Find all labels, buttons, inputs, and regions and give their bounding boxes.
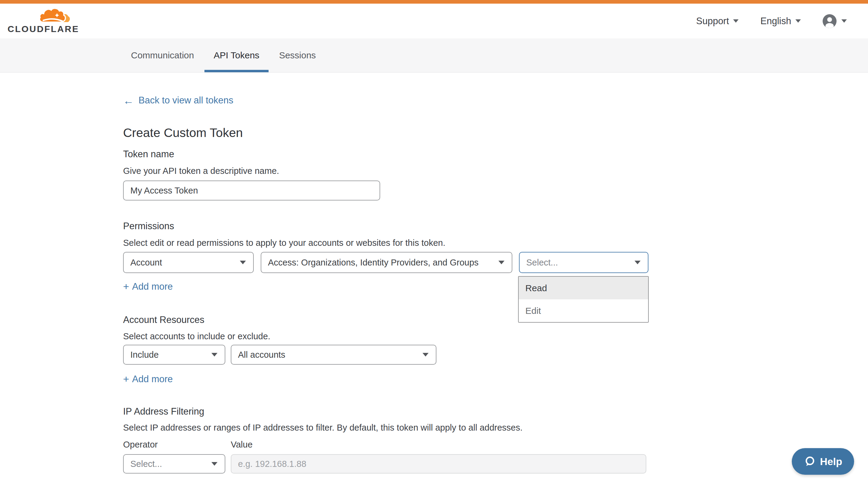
permission-level-placeholder: Select...: [526, 258, 558, 268]
tab-sessions[interactable]: Sessions: [270, 38, 325, 72]
token-name-input[interactable]: [123, 181, 380, 200]
menu-option-edit[interactable]: Edit: [519, 299, 648, 322]
back-to-tokens-link[interactable]: ← Back to view all tokens: [123, 95, 234, 106]
plus-icon: +: [123, 281, 129, 292]
chevron-down-icon: [733, 19, 739, 23]
menu-option-read[interactable]: Read: [519, 277, 648, 299]
account-menu[interactable]: [823, 14, 847, 28]
cloudflare-cloud-icon: [38, 7, 70, 23]
support-menu-label: Support: [696, 16, 729, 27]
permissions-description: Select edit or read permissions to apply…: [123, 238, 445, 248]
cloudflare-logo[interactable]: CLOUDFLARE: [7, 7, 72, 34]
permission-group-select[interactable]: Account: [123, 252, 254, 273]
help-button-label: Help: [820, 456, 842, 468]
support-menu[interactable]: Support: [696, 16, 739, 27]
permission-level-menu: Read Edit: [518, 276, 649, 323]
chat-bubble-icon: [804, 455, 816, 468]
resource-mode-value: Include: [130, 350, 159, 360]
user-avatar-icon: [823, 14, 837, 28]
brand-top-bar: [0, 0, 868, 4]
chevron-down-icon: [841, 19, 847, 23]
permission-level-select[interactable]: Select...: [519, 252, 648, 273]
tab-label: API Tokens: [214, 50, 259, 61]
help-button[interactable]: Help: [792, 448, 854, 475]
permission-scope-value: Access: Organizations, Identity Provider…: [268, 258, 478, 268]
language-menu-label: English: [760, 16, 791, 27]
permissions-heading: Permissions: [123, 221, 174, 232]
chevron-down-icon: [634, 261, 641, 264]
account-resources-description: Select accounts to include or exclude.: [123, 331, 270, 342]
plus-icon: +: [123, 373, 129, 385]
header-nav: Support English: [696, 4, 847, 38]
token-name-description: Give your API token a descriptive name.: [123, 166, 279, 176]
permissions-add-more-link[interactable]: + Add more: [123, 281, 173, 292]
chevron-down-icon: [211, 462, 217, 466]
page-title: Create Custom Token: [123, 126, 243, 140]
value-label: Value: [231, 440, 252, 450]
menu-option-label: Read: [525, 283, 547, 293]
menu-option-label: Edit: [525, 306, 541, 316]
add-more-label: Add more: [132, 281, 173, 292]
ip-filtering-heading: IP Address Filtering: [123, 406, 204, 417]
back-link-label: Back to view all tokens: [138, 95, 234, 106]
ip-value-input[interactable]: [231, 454, 646, 474]
add-more-label: Add more: [132, 374, 173, 385]
language-menu[interactable]: English: [760, 16, 801, 27]
tab-api-tokens[interactable]: API Tokens: [205, 38, 268, 72]
resource-scope-select[interactable]: All accounts: [231, 345, 436, 365]
resources-add-more-link[interactable]: + Add more: [123, 373, 173, 385]
chevron-down-icon: [423, 353, 429, 356]
tab-communication[interactable]: Communication: [122, 38, 203, 72]
tab-label: Sessions: [279, 50, 316, 61]
operator-label: Operator: [123, 440, 158, 450]
app-header: CLOUDFLARE Support English: [0, 4, 868, 38]
chevron-down-icon: [796, 19, 801, 23]
chevron-down-icon: [211, 353, 217, 356]
resource-scope-value: All accounts: [238, 350, 285, 360]
main-content: ← Back to view all tokens Create Custom …: [123, 72, 745, 482]
account-resources-heading: Account Resources: [123, 315, 205, 325]
chevron-down-icon: [240, 261, 246, 264]
chevron-down-icon: [498, 261, 504, 264]
tab-label: Communication: [131, 50, 194, 61]
back-arrow-icon: ←: [123, 96, 134, 105]
ip-filtering-description: Select IP addresses or ranges of IP addr…: [123, 423, 523, 433]
ip-operator-placeholder: Select...: [130, 459, 162, 469]
ip-operator-select[interactable]: Select...: [123, 454, 225, 474]
resource-mode-select[interactable]: Include: [123, 345, 225, 365]
token-name-heading: Token name: [123, 149, 174, 160]
profile-tab-bar: Communication API Tokens Sessions: [0, 38, 868, 72]
cloudflare-wordmark: CLOUDFLARE: [7, 24, 72, 34]
permission-scope-select[interactable]: Access: Organizations, Identity Provider…: [261, 252, 512, 273]
permission-group-value: Account: [130, 258, 162, 268]
